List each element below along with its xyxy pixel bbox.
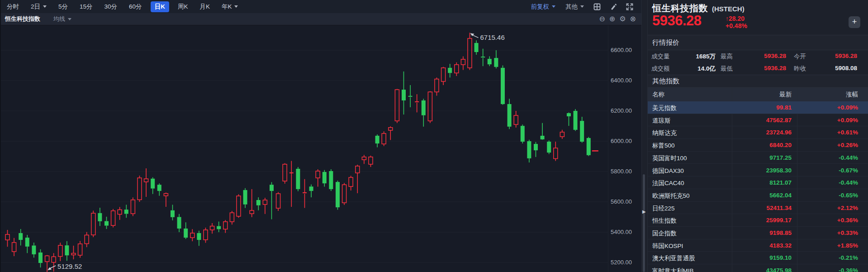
indices-table-header: 名称 最新 涨幅 — [648, 88, 868, 101]
quote-value: 5936.28 — [745, 52, 786, 59]
chevron-down-icon — [43, 5, 47, 8]
index-change: -0.36% — [797, 267, 858, 272]
period-button-分时[interactable]: 分时 — [1, 3, 25, 11]
panel-divider[interactable]: ▶ — [641, 0, 648, 272]
period-button-30分[interactable]: 30分 — [99, 3, 123, 11]
quote-section-header: 行情报价 — [648, 35, 868, 50]
index-row-标普500[interactable]: 标普5006840.20+0.26% — [648, 139, 868, 152]
indices-section-title: 其他指数 — [652, 77, 679, 86]
chart-control-icons: ⊖⊕⚙⊗ — [599, 15, 641, 23]
index-change: +0.26% — [797, 142, 858, 148]
index-last: 8121.07 — [732, 179, 792, 186]
quote-label: 今开 — [794, 52, 806, 61]
index-change: -0.21% — [797, 254, 858, 261]
index-last: 47562.87 — [732, 117, 792, 124]
index-last: 9159.10 — [732, 254, 792, 261]
index-row-富时意大利MIB[interactable]: 富时意大利MIB43475.98-0.36% — [648, 264, 868, 272]
index-last: 25999.17 — [732, 217, 792, 224]
chevron-down-icon — [580, 5, 584, 8]
index-row-日经225[interactable]: 日经22552411.34+2.12% — [648, 202, 868, 215]
quote-label: 昨收 — [794, 65, 806, 73]
index-last: 99.81 — [732, 104, 792, 111]
fullscreen-icon[interactable] — [626, 3, 634, 11]
index-name: 美元指数 — [652, 104, 677, 112]
chart-instrument-title: 恒生科技指数 — [1, 15, 40, 23]
quote-value: 5936.28 — [816, 52, 857, 59]
zoom-in-icon[interactable]: ⊕ — [609, 15, 615, 23]
other-label: 其他 — [565, 3, 578, 11]
up-arrow-icon: ↑ — [726, 15, 729, 22]
period-button-日K[interactable]: 日K — [151, 1, 169, 12]
candlestick-chart[interactable]: 6715.465129.52 — [1, 25, 608, 272]
header-change[interactable]: 涨幅 — [797, 91, 858, 99]
price-change: ↑28.20 +0.48% — [726, 15, 747, 29]
zoom-out-icon[interactable]: ⊖ — [599, 15, 605, 23]
index-row-英国富时100[interactable]: 英国富时1009717.25-0.44% — [648, 152, 868, 164]
period-buttons: 分时2日5分15分30分60分日K周K月K年K — [1, 1, 244, 12]
index-row-法国CAC40[interactable]: 法国CAC408121.07-0.44% — [648, 177, 868, 189]
index-last: 5662.04 — [732, 192, 792, 199]
quote-label: 最高 — [721, 52, 733, 61]
index-row-德国DAX30[interactable]: 德国DAX3023958.30-0.67% — [648, 164, 868, 177]
period-button-年K[interactable]: 年K — [216, 3, 244, 11]
svg-text:5129.52: 5129.52 — [57, 262, 82, 270]
y-axis-label: 6400.00 — [611, 77, 632, 84]
adjust-mode-label: 前复权 — [531, 3, 550, 11]
index-name: 法国CAC40 — [652, 179, 684, 187]
period-button-60分[interactable]: 60分 — [123, 3, 148, 11]
ma-dropdown[interactable]: 均线 — [53, 15, 71, 23]
index-last: 6840.20 — [732, 142, 792, 148]
index-row-道琼斯[interactable]: 道琼斯47562.87+0.09% — [648, 114, 868, 127]
change-percent: +0.48% — [726, 22, 747, 29]
index-name: 英国富时100 — [652, 154, 687, 162]
quote-row: 成交额14.0亿最低5936.28昨收5908.08 — [648, 62, 868, 75]
y-axis-label: 5800.00 — [611, 168, 632, 175]
index-last: 9198.85 — [732, 229, 792, 236]
index-row-美元指数[interactable]: 美元指数99.81+0.09% — [648, 101, 868, 114]
index-change: +0.36% — [797, 217, 858, 224]
y-axis-label: 6000.00 — [611, 138, 632, 144]
quote-value: 5908.08 — [816, 65, 857, 72]
add-to-watchlist-button[interactable]: + — [849, 16, 860, 28]
period-toolbar: 分时2日5分15分30分60分日K周K月K年K 前复权 其他 — [1, 0, 641, 13]
close-icon[interactable]: ⊗ — [630, 15, 636, 23]
index-change: -0.65% — [797, 192, 858, 199]
header-last[interactable]: 最新 — [732, 91, 792, 99]
ma-label: 均线 — [53, 15, 65, 23]
index-name: 欧洲斯托克50 — [652, 192, 690, 200]
grid-layout-icon[interactable] — [593, 3, 601, 11]
y-axis-label: 6200.00 — [611, 107, 632, 114]
brush-icon[interactable] — [609, 3, 617, 11]
instrument-symbol: (HSTECH) — [712, 5, 745, 13]
chevron-down-icon — [234, 5, 238, 8]
index-row-国企指数[interactable]: 国企指数9198.85+0.33% — [648, 227, 868, 239]
index-name: 德国DAX30 — [652, 167, 684, 175]
change-value: 28.20 — [729, 15, 745, 22]
collapse-panel-icon[interactable]: ▶ — [642, 209, 646, 214]
settings-gear-icon[interactable]: ⚙ — [619, 15, 626, 23]
index-name: 韩国KOSPI — [652, 242, 683, 250]
y-axis-label: 6600.00 — [611, 47, 632, 53]
index-change: +0.09% — [797, 117, 858, 124]
index-row-纳斯达克[interactable]: 纳斯达克23724.96+0.61% — [648, 126, 868, 139]
quote-sidebar: 恒生科技指数 (HSTECH) 5936.28 ↑28.20 +0.48% + … — [648, 0, 868, 272]
period-button-月K[interactable]: 月K — [194, 3, 216, 11]
index-row-韩国KOSPI[interactable]: 韩国KOSPI4183.32+1.85% — [648, 239, 868, 252]
other-dropdown[interactable]: 其他 — [561, 3, 588, 11]
index-row-欧洲斯托克50[interactable]: 欧洲斯托克505662.04-0.65% — [648, 189, 868, 202]
chevron-down-icon — [552, 5, 555, 8]
svg-text:6715.46: 6715.46 — [480, 33, 505, 41]
y-axis-label: 5600.00 — [611, 198, 632, 205]
index-last: 9717.25 — [732, 154, 792, 161]
index-name: 国企指数 — [652, 229, 677, 238]
period-button-2日[interactable]: 2日 — [25, 3, 52, 11]
period-button-15分[interactable]: 15分 — [74, 3, 99, 11]
period-button-周K[interactable]: 周K — [172, 3, 194, 11]
adjust-mode-dropdown[interactable]: 前复权 — [527, 3, 560, 11]
index-row-澳大利亚普通股[interactable]: 澳大利亚普通股9159.10-0.21% — [648, 252, 868, 264]
scrollbar-thumb[interactable] — [643, 174, 645, 272]
index-row-恒生指数[interactable]: 恒生指数25999.17+0.36% — [648, 214, 868, 227]
quote-value: 14.0亿 — [675, 65, 716, 73]
period-button-5分[interactable]: 5分 — [52, 3, 74, 11]
index-change: -0.44% — [797, 179, 858, 186]
